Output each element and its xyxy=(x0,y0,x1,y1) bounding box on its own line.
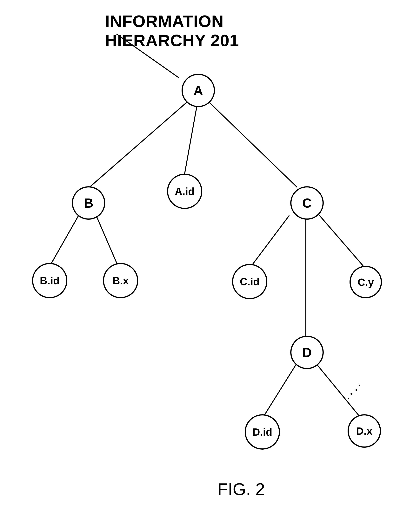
diagram-container: INFORMATION HIERARCHY 201 A B A.id C xyxy=(0,0,420,508)
edge-B-Bx xyxy=(96,215,118,265)
title-pointer xyxy=(117,34,179,78)
edge-D-Dx xyxy=(315,363,360,417)
node-D: D xyxy=(290,336,324,369)
node-Did-label: D.id xyxy=(252,426,272,438)
node-Aid-label: A.id xyxy=(175,185,195,197)
node-A-label: A xyxy=(193,83,203,98)
node-Dx: D.x xyxy=(348,414,381,448)
node-Did: D.id xyxy=(245,414,280,449)
node-A: A xyxy=(181,74,215,107)
node-Bid: B.id xyxy=(32,263,67,298)
edge-A-B xyxy=(88,101,188,188)
node-B: B xyxy=(72,186,105,220)
node-Bid-label: B.id xyxy=(40,275,60,287)
node-Bx: B.x xyxy=(103,263,138,298)
node-Cy-label: C.y xyxy=(358,276,374,288)
node-Bx-label: B.x xyxy=(112,275,129,287)
node-Aid: A.id xyxy=(167,174,202,209)
node-C-label: C xyxy=(302,195,312,211)
figure-label: FIG. 2 xyxy=(218,479,265,499)
edge-A-Aid xyxy=(184,105,197,175)
edge-A-C xyxy=(208,101,297,187)
edge-D-Did xyxy=(263,363,297,417)
node-Cid: C.id xyxy=(232,264,267,299)
node-Cid-label: C.id xyxy=(240,276,260,287)
edge-C-Cid xyxy=(251,215,289,266)
edge-C-Cy xyxy=(319,215,363,266)
node-Dx-label: D.x xyxy=(356,425,372,437)
edge-B-Bid xyxy=(51,215,79,265)
node-B-label: B xyxy=(84,195,93,211)
node-D-label: D xyxy=(302,345,312,360)
node-Cy: C.y xyxy=(350,266,382,298)
node-C: C xyxy=(290,186,324,220)
